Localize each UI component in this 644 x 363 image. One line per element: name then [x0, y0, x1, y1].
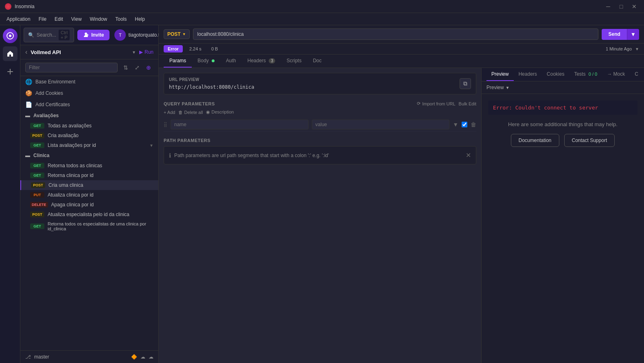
method-badge-get: GET [30, 142, 44, 148]
query-params-actions: ⟳ Import from URL Bulk Edit [417, 101, 476, 106]
path-params-box: ℹ Path parameters are url path segments … [164, 146, 476, 164]
menu-window[interactable]: Window [87, 15, 111, 24]
sort-button[interactable]: ⇅ [121, 63, 131, 72]
list-item[interactable]: GET Retorna clinica por id [20, 171, 158, 180]
request-list: ▬ Avaliações GET Todas as avaliações POS… [20, 110, 158, 350]
right-tab-cookies[interactable]: Cookies [542, 68, 569, 81]
add-cookies-label: Add Cookies [35, 90, 63, 96]
tab-doc[interactable]: Doc [307, 55, 327, 68]
tab-auth[interactable]: Auth [220, 55, 242, 68]
add-certificates[interactable]: 📄 Add Certificates [20, 99, 158, 110]
group-label: Clinica [33, 153, 49, 158]
right-tab-tests[interactable]: Tests 0 / 0 [569, 68, 602, 81]
contact-support-button[interactable]: Contact Support [564, 134, 615, 147]
sidebar-title: Vollmed API [31, 49, 129, 55]
run-button[interactable]: ▶ ▶ Run Run [139, 49, 153, 55]
url-input[interactable] [193, 28, 599, 40]
list-item[interactable]: GET Lista avaliações por id ▼ [20, 140, 158, 150]
method-badge-post: POST [31, 182, 45, 188]
home-button[interactable] [3, 46, 18, 61]
add-cookies[interactable]: 🍪 Add Cookies [20, 87, 158, 99]
documentation-button[interactable]: Documentation [511, 134, 559, 147]
path-params-close-button[interactable]: ✕ [466, 151, 471, 159]
param-checkbox[interactable] [462, 122, 467, 127]
cookie-icon: 🍪 [25, 90, 32, 96]
path-params-label: PATH PARAMETERS [164, 138, 210, 143]
sync-icon-3[interactable]: ☁ [149, 354, 153, 360]
tab-scripts[interactable]: Scripts [281, 55, 307, 68]
preview-content: Error: Couldn't connect to server Here a… [482, 94, 644, 363]
add-button[interactable] [3, 64, 18, 79]
sync-icon-2[interactable]: ☁ [140, 354, 145, 360]
add-param-button[interactable]: + Add [164, 109, 175, 115]
list-item[interactable]: GET Retorna todos as clinicas [20, 161, 158, 171]
right-tab-preview[interactable]: Preview [486, 68, 514, 81]
menu-view[interactable]: View [68, 15, 85, 24]
menu-tools[interactable]: Tools [112, 15, 130, 24]
import-url-button[interactable]: ⟳ Import from URL [417, 101, 455, 106]
list-item[interactable]: GET Retorna todos os especialistas de um… [20, 219, 158, 233]
list-item[interactable]: PUT Atualiza clinica por id [20, 190, 158, 200]
menu-file[interactable]: File [35, 15, 50, 24]
param-delete-button[interactable]: 🗑 [471, 121, 476, 128]
url-preview-inner: URL PREVIEW http://localhost:8080/clinic… [169, 77, 254, 90]
expand-button[interactable]: ⤢ [132, 63, 142, 72]
description-button[interactable]: ◉ Description [206, 109, 234, 115]
titlebar: Insomnia ─ □ ✕ [0, 0, 644, 13]
filter-input[interactable] [25, 63, 118, 72]
branch-icon: ⎇ [25, 354, 31, 360]
list-item[interactable]: DELETE Apaga clinica por id [20, 200, 158, 210]
top-toolbar: 🔍 Search... Ctrl + P Invite T tiagotorqu… [20, 25, 158, 45]
param-name-input[interactable] [171, 120, 309, 129]
path-params-section: PATH PARAMETERS ℹ Path parameters are ur… [164, 138, 476, 164]
close-button[interactable]: ✕ [629, 2, 639, 11]
item-label: Atualiza clinica por id [48, 192, 94, 198]
group-clinica[interactable]: ▬ Clinica [20, 150, 158, 161]
bulk-edit-button[interactable]: Bulk Edit [459, 101, 476, 106]
search-box[interactable]: 🔍 Search... Ctrl + P [24, 28, 74, 42]
tab-headers[interactable]: Headers 3 [242, 55, 281, 68]
list-item[interactable]: GET Todas as avaliações [20, 121, 158, 131]
right-tab-c[interactable]: C [630, 68, 643, 81]
method-badge-get: GET [30, 123, 44, 129]
maximize-button[interactable]: □ [616, 2, 626, 11]
param-desc-button[interactable]: ▼ [453, 121, 458, 128]
sync-icon-1[interactable]: 🔶 [131, 354, 137, 360]
delete-all-button[interactable]: 🗑 Delete all [178, 109, 203, 115]
sidebar-back-button[interactable]: ‹ [25, 48, 27, 56]
query-params-header: QUERY PARAMETERS ⟳ Import from URL Bulk … [164, 101, 476, 106]
minimize-button[interactable]: ─ [603, 2, 613, 11]
right-tab-mock[interactable]: → Mock [602, 68, 630, 81]
main-body: URL PREVIEW http://localhost:8080/clinic… [159, 68, 644, 363]
method-badge-get: GET [30, 163, 44, 168]
menu-help[interactable]: Help [131, 15, 148, 24]
app-logo [3, 28, 18, 43]
send-button[interactable]: Send [602, 29, 626, 40]
menu-application[interactable]: Application [3, 15, 34, 24]
filter-actions: ⇅ ⤢ ⊕ [121, 63, 153, 72]
tab-body[interactable]: Body [192, 55, 220, 68]
right-tab-headers[interactable]: Headers [514, 68, 542, 81]
method-selector[interactable]: POST ▼ [164, 29, 190, 39]
item-label: Lista avaliações por id [48, 142, 96, 148]
response-size: 0 B [208, 46, 221, 52]
app-icon [5, 3, 11, 10]
send-dropdown-button[interactable]: ▼ [627, 29, 639, 40]
base-environment[interactable]: 🌐 Base Environment [20, 76, 158, 87]
param-value-input[interactable] [312, 120, 450, 129]
env-icon: 🌐 [25, 79, 32, 85]
titlebar-controls[interactable]: ─ □ ✕ [603, 2, 639, 11]
preview-dropdown-button[interactable]: ▼ [506, 85, 510, 90]
add-request-button[interactable]: ⊕ [144, 63, 153, 72]
tab-params[interactable]: Params [164, 55, 192, 68]
list-item[interactable]: POST Atualiza especialista pelo id da cl… [20, 210, 158, 219]
group-avaliacoes[interactable]: ▬ Avaliações [20, 110, 158, 121]
list-item-active[interactable]: POST Cria uma clinica [20, 180, 158, 190]
drag-handle: ⣿ [164, 122, 167, 127]
menu-edit[interactable]: Edit [51, 15, 66, 24]
import-icon: ⟳ [417, 101, 421, 106]
invite-button[interactable]: Invite [77, 30, 110, 40]
list-item[interactable]: POST Cria avaliação [20, 131, 158, 140]
copy-url-button[interactable]: ⧉ [460, 78, 471, 89]
url-preview-label: URL PREVIEW [169, 77, 254, 82]
